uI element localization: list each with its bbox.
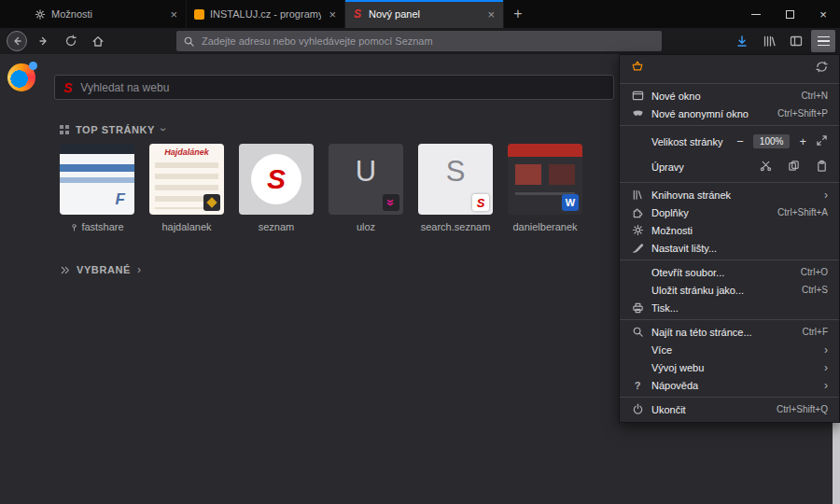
menu-separator: [620, 182, 839, 183]
top-sites-header[interactable]: TOP STRÁNKY ›: [60, 123, 166, 136]
sync-icon[interactable]: [816, 60, 828, 77]
tab-title: Nový panel: [369, 8, 480, 20]
chevron-right-icon: ›: [137, 263, 142, 276]
menu-item-customize[interactable]: Nastavit lišty...: [620, 239, 839, 257]
menu-item-help[interactable]: ? Nápověda ›: [620, 376, 839, 394]
tile-thumbnail: S: [239, 144, 314, 215]
firefox-logo-icon: [7, 63, 35, 91]
highlights-header[interactable]: VYBRANÉ ›: [60, 263, 142, 276]
tab-close-button[interactable]: ×: [327, 7, 338, 21]
menu-item-web-developer[interactable]: Vývoj webu ›: [620, 358, 839, 376]
private-mask-icon: [631, 107, 644, 119]
seznam-search-icon: S: [63, 80, 72, 95]
menu-item-open-file[interactable]: Otevřít soubor... Ctrl+O: [620, 263, 839, 281]
maximize-button[interactable]: [773, 0, 806, 28]
tile-uloz[interactable]: U » uloz: [329, 144, 403, 232]
menu-item-library[interactable]: Knihovna stránek ›: [620, 186, 839, 203]
home-icon: [91, 35, 105, 48]
address-bar[interactable]: [176, 31, 662, 51]
zoom-out-button[interactable]: −: [736, 134, 744, 148]
minimize-button[interactable]: [739, 0, 773, 28]
forward-icon: [37, 35, 50, 48]
app-menu-panel: Nové okno Ctrl+N Nové anonymní okno Ctrl…: [619, 54, 840, 423]
tile-label: uloz: [357, 221, 375, 232]
tile-hajdalanek[interactable]: Hajdalánek hajdalanek: [149, 144, 224, 232]
chevron-down-icon: ›: [157, 128, 170, 133]
menu-item-more[interactable]: Více ›: [620, 341, 839, 358]
menu-separator: [620, 83, 839, 84]
site-title-text: Hajdalánek: [149, 147, 224, 157]
site-letter: U: [329, 155, 403, 189]
newtab-search-input[interactable]: [80, 81, 605, 94]
menu-separator: [620, 125, 839, 126]
address-input[interactable]: [202, 35, 655, 47]
reload-button[interactable]: [59, 30, 83, 52]
menu-toolbar-row: [620, 55, 839, 80]
app-menu-button[interactable]: [811, 30, 835, 52]
tile-fastshare[interactable]: F fastshare: [60, 144, 134, 232]
zoom-in-button[interactable]: +: [799, 134, 806, 148]
grid-icon: [60, 125, 69, 134]
paste-icon[interactable]: [816, 160, 828, 174]
fullscreen-icon[interactable]: [816, 134, 828, 148]
tab-new-panel[interactable]: S Nový panel ×: [345, 0, 504, 28]
new-tab-button[interactable]: +: [504, 0, 532, 28]
close-button[interactable]: ×: [806, 0, 840, 28]
submenu-arrow-icon: ›: [824, 345, 828, 355]
menu-separator: [620, 259, 839, 260]
tile-thumbnail: Hajdalánek: [149, 144, 224, 215]
menu-zoom-row: Velikost stránky − 100% +: [620, 129, 839, 154]
downloads-button[interactable]: [730, 30, 754, 52]
minimize-icon: [751, 14, 761, 15]
titlebar: Možnosti × INSTALUJ.cz - programy ke sta…: [0, 0, 840, 28]
find-icon: [631, 326, 644, 338]
zoom-reset-button[interactable]: 100%: [753, 134, 791, 148]
newtab-search-bar[interactable]: S: [54, 75, 614, 100]
forward-button[interactable]: [32, 30, 56, 52]
menu-item-find[interactable]: Najít na této stránce... Ctrl+F: [620, 323, 839, 341]
library-button[interactable]: [757, 30, 781, 52]
puzzle-icon: [631, 206, 644, 218]
search-icon: [183, 35, 195, 48]
tile-label: danielberanek: [512, 221, 577, 232]
basket-icon[interactable]: [631, 60, 644, 77]
tab-close-button[interactable]: ×: [168, 7, 179, 21]
menu-item-new-private-window[interactable]: Nové anonymní okno Ctrl+Shift+P: [620, 105, 839, 122]
browser-window: Možnosti × INSTALUJ.cz - programy ke sta…: [0, 0, 840, 504]
menu-item-options[interactable]: Možnosti: [620, 221, 839, 239]
home-button[interactable]: [86, 30, 110, 52]
back-icon: [7, 31, 27, 51]
tile-seznam[interactable]: S seznam: [239, 144, 314, 232]
tab-strip: Možnosti × INSTALUJ.cz - programy ke sta…: [28, 0, 504, 28]
navigation-toolbar: [0, 28, 840, 54]
sidebar-button[interactable]: [784, 30, 808, 52]
tile-label: seznam: [259, 221, 295, 232]
site-letter: S: [418, 155, 493, 189]
tile-danielberanek[interactable]: W danielberanek: [508, 144, 582, 232]
menu-item-quit[interactable]: Ukončit Ctrl+Shift+Q: [620, 400, 839, 418]
tab-instaluj[interactable]: INSTALUJ.cz - programy ke sta ×: [187, 0, 345, 28]
instaluj-favicon: [193, 8, 204, 20]
tile-thumbnail: S S: [418, 144, 493, 215]
top-sites-grid: F fastshare Hajdalánek hajdalanek S: [60, 144, 582, 232]
site-badge-icon: [203, 194, 220, 211]
back-button[interactable]: [5, 30, 29, 52]
tab-title: INSTALUJ.cz - programy ke sta: [210, 8, 321, 20]
top-sites-title: TOP STRÁNKY: [76, 124, 155, 135]
cut-icon[interactable]: [760, 160, 772, 174]
seznam-badge-icon: S: [472, 194, 489, 211]
tab-close-button[interactable]: ×: [485, 7, 497, 21]
tab-options[interactable]: Možnosti ×: [28, 0, 187, 28]
new-window-icon: [631, 90, 644, 102]
menu-item-new-window[interactable]: Nové okno Ctrl+N: [620, 87, 839, 105]
menu-separator: [620, 397, 839, 398]
menu-item-addons[interactable]: Doplňky Ctrl+Shift+A: [620, 203, 839, 221]
library-icon: [763, 35, 776, 48]
tile-search-seznam[interactable]: S S search.seznam: [418, 144, 493, 232]
copy-icon[interactable]: [788, 160, 800, 174]
menu-item-save-page[interactable]: Uložit stránku jako... Ctrl+S: [620, 281, 839, 299]
pin-icon: [70, 223, 78, 231]
help-icon: ?: [631, 380, 644, 391]
tile-thumbnail: U »: [329, 144, 403, 215]
menu-item-print[interactable]: Tisk...: [620, 299, 839, 316]
